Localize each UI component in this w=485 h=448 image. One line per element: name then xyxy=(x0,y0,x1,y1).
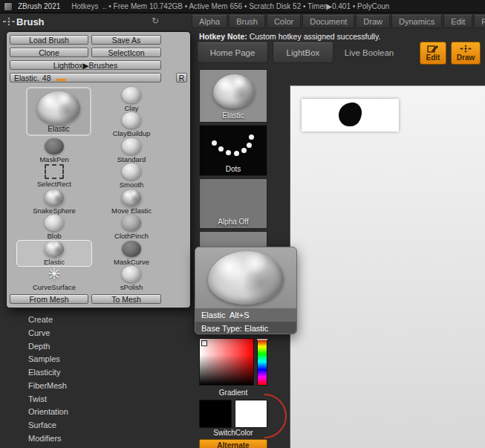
main-color-swatch[interactable] xyxy=(199,400,232,428)
sidebar-item-create[interactable]: Create xyxy=(28,314,68,327)
r-button[interactable]: R xyxy=(176,73,187,82)
to-mesh-button[interactable]: To Mesh xyxy=(91,294,161,304)
sidebar-item-samples[interactable]: Samples xyxy=(28,353,68,366)
tab-dynamics[interactable]: Dynamics xyxy=(391,15,442,28)
brush-item-claybuildup[interactable]: ClayBuildup xyxy=(94,112,169,137)
brush-item-move-elastic[interactable]: Move Elastic xyxy=(94,189,169,215)
sidebar-item-modifiers[interactable]: Modifiers xyxy=(28,432,68,446)
color-cursor[interactable] xyxy=(201,340,207,346)
brush-item-selectrect[interactable]: SelectRect xyxy=(17,163,91,188)
draw-label: Draw xyxy=(457,53,475,62)
sidebar-item-twist[interactable]: Twist xyxy=(28,393,68,406)
brush-item-snakesphere[interactable]: SnakeSphere xyxy=(17,189,91,215)
sidebar-item-elasticity[interactable]: Elasticity xyxy=(28,366,68,380)
brush-item-maskcurve[interactable]: MaskCurve xyxy=(94,241,169,266)
lightbox-brushes-button[interactable]: Lightbox▶Brushes xyxy=(10,60,161,70)
alternate-button[interactable]: Alternate xyxy=(199,439,267,448)
brush-thumbnail xyxy=(45,241,64,257)
current-alpha-selector[interactable]: Alpha Off xyxy=(199,178,267,229)
brush-thumbnail xyxy=(122,138,141,155)
tab-brush[interactable]: Brush xyxy=(229,15,265,28)
sidebar-item-curve[interactable]: Curve xyxy=(28,327,68,340)
from-mesh-button[interactable]: From Mesh xyxy=(10,294,88,304)
brush-item-spolish[interactable]: sPolish xyxy=(94,266,169,291)
palette-title: Brush xyxy=(16,16,45,27)
document-area[interactable] xyxy=(302,99,399,132)
edit-button[interactable]: Edit xyxy=(420,42,446,65)
brush-thumbnail xyxy=(122,163,141,180)
tab-color[interactable]: Color xyxy=(267,15,301,28)
switch-color-button[interactable]: SwitchColor xyxy=(199,429,267,437)
current-brush-selector[interactable]: Elastic xyxy=(199,69,267,123)
tab-draw[interactable]: Draw xyxy=(356,15,390,28)
brush-item-maskpen[interactable]: MaskPen xyxy=(17,138,91,163)
brush-item-elastic-selected[interactable]: Elastic xyxy=(17,241,91,266)
tooltip-preview xyxy=(195,247,296,308)
slider-position-marker xyxy=(56,79,66,81)
app-title: ZBrush 2021 xyxy=(18,2,60,10)
slider-label: Elastic. xyxy=(14,74,39,82)
sidebar-item-fibermesh[interactable]: FiberMesh xyxy=(28,380,68,393)
brush-thumbnail xyxy=(45,164,64,179)
tooltip-subtitle: Base Type: Elastic xyxy=(195,322,296,334)
sidebar-item-surface[interactable]: Surface xyxy=(28,419,68,432)
hue-strip[interactable] xyxy=(257,338,267,386)
brush-size-slider[interactable]: Elastic. 48 xyxy=(10,73,161,82)
clone-button[interactable]: Clone xyxy=(10,48,88,57)
tooltip-brush-thumbnail xyxy=(208,251,284,305)
tab-alpha[interactable]: Alpha xyxy=(192,15,227,28)
save-as-button[interactable]: Save As xyxy=(91,35,161,45)
notification-label: Hotkey Note: xyxy=(199,32,247,41)
sidebar-item-depth[interactable]: Depth xyxy=(28,340,68,354)
zbrush-logo-icon xyxy=(4,2,13,11)
brush-tooltip: Elastic Alt+S Base Type: Elastic xyxy=(195,247,297,334)
color-picker[interactable] xyxy=(199,338,267,386)
brush-thumbnail xyxy=(122,112,141,129)
load-brush-button[interactable]: Load Brush xyxy=(10,35,88,45)
brush-thumbnail xyxy=(122,215,141,231)
lightbox-button[interactable]: LightBox xyxy=(273,42,333,63)
brush-thumbnail xyxy=(37,91,80,124)
draw-button[interactable]: Draw xyxy=(451,42,481,65)
brush-thumbnail xyxy=(45,138,64,155)
main-area: Hotkey Note: Custom hotkey assigned succ… xyxy=(0,30,485,448)
hue-cursor[interactable] xyxy=(257,339,267,340)
live-boolean-button[interactable]: Live Boolean xyxy=(338,42,400,63)
brush-thumbnail xyxy=(122,189,141,206)
tab-document[interactable]: Document xyxy=(302,15,354,28)
tab-edit[interactable]: Edit xyxy=(443,15,472,28)
brush-item-curvesurface[interactable]: ✳ CurveSurface xyxy=(17,266,91,291)
canvas[interactable] xyxy=(290,85,485,448)
current-stroke-label: Dots xyxy=(200,165,267,173)
select-icon-button[interactable]: SelectIcon xyxy=(91,48,161,57)
brush-thumbnail xyxy=(122,266,141,282)
palette-dock-icon[interactable] xyxy=(3,17,15,26)
brush-item-smooth[interactable]: Smooth xyxy=(94,163,169,189)
current-brush-label: Elastic xyxy=(200,111,267,120)
brush-item-elastic-large[interactable]: Elastic xyxy=(26,87,91,136)
refresh-icon[interactable]: ↻ xyxy=(152,16,159,26)
tooltip-title: Elastic Alt+S xyxy=(195,308,296,322)
tab-fill[interactable]: Fil xyxy=(474,15,485,28)
hotkey-notification: Hotkey Note: Custom hotkey assigned succ… xyxy=(199,32,380,41)
zbrush-window: ZBrush 2021 Hotkeys .. • Free Mem 10.742… xyxy=(0,0,485,448)
brush-item-blob[interactable]: Blob xyxy=(17,215,91,240)
brush-stroke-blob xyxy=(336,101,365,129)
brush-thumbnail xyxy=(122,241,141,257)
home-page-button[interactable]: Home Page xyxy=(197,42,268,63)
edit-icon xyxy=(427,45,439,53)
brush-thumbnail xyxy=(45,215,64,231)
sidebar-item-orientation[interactable]: Orientation xyxy=(28,406,68,419)
menu-tabs: Alpha Brush Color Document Draw Dynamics… xyxy=(192,15,485,28)
brush-preview-thumbnail xyxy=(213,74,255,108)
brush-palette-sections: Create Curve Depth Samples Elasticity Fi… xyxy=(28,314,68,446)
brush-item-clothpinch[interactable]: ClothPinch xyxy=(94,215,169,240)
current-stroke-selector[interactable]: Dots xyxy=(199,125,267,176)
draw-icon xyxy=(460,45,472,53)
brush-popup-panel: Load Brush Save As Clone SelectIcon Ligh… xyxy=(6,31,191,308)
brush-item-clay[interactable]: Clay xyxy=(94,87,169,112)
gradient-button[interactable]: Gradient xyxy=(199,389,267,397)
brush-item-standard[interactable]: Standard xyxy=(94,138,169,163)
status-text: Hotkeys .. • Free Mem 10.742GB • Active … xyxy=(71,2,389,10)
saturation-value-square[interactable] xyxy=(199,338,254,386)
